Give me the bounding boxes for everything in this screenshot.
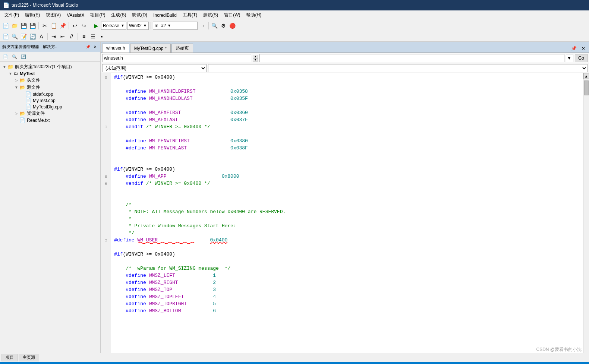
- resource-folder[interactable]: ▷ 📂 资源文件: [13, 110, 99, 117]
- sep3: [90, 22, 90, 29]
- tb2-more-btn[interactable]: ▪: [98, 32, 106, 41]
- source-expand-icon[interactable]: ▼: [13, 85, 19, 89]
- menu-help[interactable]: 帮助(H): [243, 11, 264, 19]
- symbol-select[interactable]: [208, 64, 588, 72]
- source-folder-icon: 📂: [19, 85, 25, 90]
- tab-close-btn[interactable]: ✕: [579, 44, 588, 53]
- open-btn[interactable]: 📁: [10, 22, 19, 30]
- tab-start[interactable]: 起始页: [171, 44, 193, 53]
- tb2-indent-btn[interactable]: ⇥: [50, 32, 58, 41]
- redo-btn[interactable]: ↪: [80, 22, 88, 30]
- target-dropdown[interactable]: m_a2 ▼: [153, 22, 198, 30]
- run-btn[interactable]: ▶: [92, 22, 100, 30]
- menu-vassistx[interactable]: VAssistX: [64, 12, 87, 19]
- cut-btn[interactable]: ✂: [41, 22, 49, 30]
- def-sp-13: [187, 300, 213, 307]
- menu-test[interactable]: 测试(S): [200, 11, 221, 19]
- tb2-btn3[interactable]: 📝: [19, 32, 28, 41]
- file-mytest-label: MyTest.cpp: [33, 98, 56, 103]
- menu-project[interactable]: 项目(P): [87, 11, 108, 19]
- headers-expand-icon[interactable]: ▷: [13, 78, 19, 82]
- project-expand-icon[interactable]: ▼: [7, 72, 13, 76]
- copy-btn[interactable]: 📋: [50, 22, 58, 30]
- file-path-input[interactable]: [102, 54, 251, 62]
- sidebar-close-btn[interactable]: ✕: [92, 44, 98, 50]
- tb2-format-btn[interactable]: ☰: [89, 32, 97, 41]
- watermark-text: CSDN @爱看书的小沈: [536, 347, 582, 352]
- def-name-1: WM_HANDHELDFIRST: [149, 88, 196, 95]
- nav-up-arrow[interactable]: ▲: [253, 55, 258, 58]
- target-go-btn[interactable]: →: [198, 22, 207, 30]
- scroll-thumb[interactable]: [584, 80, 589, 95]
- save-btn[interactable]: 💾: [19, 22, 28, 30]
- nav-down-arrow[interactable]: ▼: [253, 58, 258, 61]
- file-mytest[interactable]: ▷ 📄 MyTest.cpp: [19, 97, 99, 104]
- scope-select[interactable]: (未知范围): [102, 64, 207, 72]
- sidebar-tb-btn1[interactable]: 📄: [1, 53, 10, 61]
- tb2-btn2[interactable]: 🔍: [10, 32, 19, 41]
- symbol-search-input[interactable]: [259, 54, 564, 62]
- config-dropdown[interactable]: Release ▼: [101, 22, 126, 30]
- symbol-dropdown-arrow[interactable]: ▼: [566, 54, 573, 62]
- gutter-29: [101, 279, 111, 286]
- app-icon: 📄: [3, 2, 9, 8]
- sidebar-pin-btn[interactable]: 📌: [85, 44, 91, 50]
- menu-tools[interactable]: 工具(T): [180, 11, 200, 19]
- resource-label: 资源文件: [27, 110, 45, 117]
- tb2-btn5[interactable]: A: [37, 32, 45, 41]
- go-button[interactable]: Go: [575, 54, 588, 62]
- breakpoint-btn[interactable]: 🔴: [229, 22, 237, 30]
- search-btn[interactable]: 🔍: [211, 22, 219, 30]
- gutter-27: [101, 265, 111, 272]
- code-line-28: /* wParam for WM_SIZING message */: [114, 265, 580, 272]
- source-folder[interactable]: ▼ 📂 源文件: [13, 84, 99, 91]
- tb2-outdent-btn[interactable]: ⇤: [59, 32, 67, 41]
- nav-bar: ▲ ▼ ▼ Go: [101, 53, 589, 63]
- solution-node[interactable]: ▼ 📁 解决方案'test0225'(1 个项目): [1, 63, 99, 70]
- file-mytestdlg[interactable]: ▷ 📄 MyTestDlg.cpp: [19, 104, 99, 110]
- menu-window[interactable]: 窗口(W): [221, 11, 243, 19]
- gutter-12: [101, 159, 111, 166]
- tab-pin-btn[interactable]: 📌: [570, 44, 578, 53]
- sidebar-header: 解决方案资源管理器 - 解决方... 📌 ✕: [0, 42, 100, 52]
- headers-folder[interactable]: ▷ 📂 头文件: [13, 77, 99, 84]
- file-readme[interactable]: ▷ 📄 ReadMe.txt: [13, 117, 99, 123]
- paste-btn[interactable]: 📌: [59, 22, 67, 30]
- def-name-14: WMSZ_BOTTOM: [149, 307, 181, 314]
- tb2-btn1[interactable]: 📄: [1, 32, 10, 41]
- scroll-up-btn[interactable]: ▲: [583, 73, 589, 79]
- menu-debug[interactable]: 调试(D): [129, 11, 150, 19]
- gutter-collapse-2[interactable]: ⊟: [101, 173, 111, 180]
- sidebar-tb-btn3[interactable]: 🔄: [19, 53, 28, 61]
- gutter-collapse-1[interactable]: ⊟: [101, 74, 111, 81]
- solution-expand-icon[interactable]: ▼: [1, 65, 7, 69]
- tb2-align-btn[interactable]: ≡: [80, 32, 88, 41]
- bottom-tab-project[interactable]: 项目: [1, 354, 18, 361]
- menu-view[interactable]: 视图(V): [43, 11, 64, 19]
- resource-expand-icon[interactable]: ▷: [13, 111, 19, 115]
- menu-build[interactable]: 生成(B): [108, 11, 129, 19]
- save-all-btn[interactable]: 💾: [28, 22, 37, 30]
- def-sp-2: [193, 95, 230, 102]
- code-line-17: [114, 187, 580, 194]
- tb2-comment-btn[interactable]: //: [67, 32, 76, 41]
- code-line-23: */: [114, 230, 580, 237]
- sidebar-tb-btn2[interactable]: 🔍: [10, 53, 19, 61]
- platform-dropdown[interactable]: Win32 ▼: [127, 22, 149, 30]
- new-file-btn[interactable]: 📄: [1, 22, 10, 30]
- menu-file[interactable]: 文件(F): [1, 11, 22, 19]
- tab-mytestdlg[interactable]: MyTestDlg.cpp *: [130, 44, 171, 53]
- vertical-scrollbar[interactable]: ▲: [583, 73, 589, 353]
- tb2-btn4[interactable]: 🔄: [28, 32, 37, 41]
- undo-btn[interactable]: ↩: [71, 22, 79, 30]
- code-content[interactable]: #if(WINVER >= 0x0400) #define WM_HANDHEL…: [111, 73, 583, 353]
- code-editor[interactable]: ⊟ ⊟ ⊟ ⊟: [101, 73, 589, 353]
- menu-edit[interactable]: 编辑(E): [22, 11, 43, 19]
- gutter-23: ⊟: [101, 237, 111, 244]
- file-stdafx[interactable]: ▷ 📄 stdafx.cpp: [19, 91, 99, 97]
- project-node[interactable]: ▼ 🗂 MyTest: [7, 70, 99, 77]
- tab-winuser[interactable]: winuser.h: [102, 44, 129, 53]
- debug-btn[interactable]: ⚙: [220, 22, 228, 30]
- menu-incredibuild[interactable]: IncrediBuild: [150, 12, 180, 19]
- bottom-tab-home[interactable]: 主页源: [19, 354, 39, 361]
